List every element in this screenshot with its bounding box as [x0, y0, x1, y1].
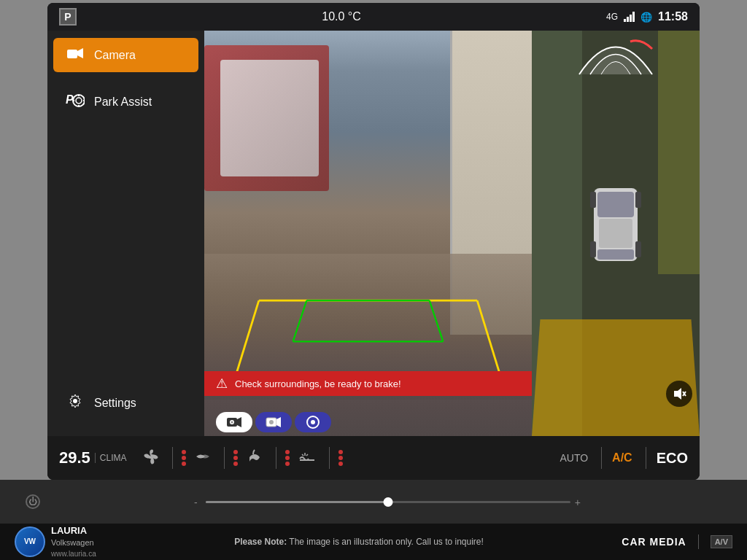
svg-marker-1: [77, 48, 83, 58]
dealer-url: www.lauria.ca: [51, 549, 96, 559]
camera-area: ⚠ Check surroundings, be ready to brake!: [204, 31, 700, 436]
camera-icon: [65, 47, 85, 63]
front-cam-button[interactable]: [255, 412, 292, 432]
dealer-logo: VW: [15, 526, 45, 557]
warning-icon: ⚠: [216, 376, 228, 392]
airflow-indicator: [233, 450, 238, 466]
status-bar: P 10.0 °C 4G 🌐 11:58: [47, 3, 700, 31]
outer-frame: P 10.0 °C 4G 🌐 11:58: [0, 0, 747, 560]
svg-marker-18: [237, 417, 241, 427]
settings-label: Settings: [94, 397, 136, 410]
volume-thumb[interactable]: [384, 497, 393, 507]
settings-icon: [65, 393, 85, 413]
svg-marker-22: [276, 417, 281, 427]
car-media-label: CAR MEDIA: [622, 536, 686, 548]
heat-icon[interactable]: [247, 448, 263, 468]
vw-circle: VW: [15, 526, 45, 557]
camera-label: Camera: [94, 49, 136, 62]
dealer-name: LAURIA: [51, 524, 96, 537]
airflow-icon[interactable]: [195, 448, 211, 468]
fan-speed-indicator: [182, 450, 186, 466]
mute-icon[interactable]: [666, 381, 692, 407]
svg-rect-31: [635, 192, 641, 208]
fan-icon[interactable]: [143, 448, 159, 468]
footer-divider: [698, 534, 699, 549]
dealer-logo-area: VW LAURIA Volkswagen www.lauria.ca: [15, 524, 96, 559]
warning-bar: ⚠ Check surroundings, be ready to brake!: [204, 371, 532, 396]
heat-indicator: [285, 450, 290, 466]
signal-strength-icon: [624, 12, 635, 22]
parking-indicator: P: [59, 8, 77, 26]
car-topdown-icon: [590, 181, 641, 268]
defrost-icon[interactable]: [298, 448, 316, 468]
ac-label[interactable]: A/C: [612, 451, 632, 464]
svg-point-20: [231, 421, 233, 424]
surround-cam-button[interactable]: [295, 412, 331, 432]
defrost-indicator: [338, 450, 343, 466]
sidebar-item-camera[interactable]: Camera: [53, 38, 198, 72]
svg-rect-0: [67, 50, 77, 58]
svg-rect-32: [590, 241, 596, 257]
svg-line-13: [293, 300, 307, 341]
hvac-controls: [139, 447, 554, 469]
warning-text: Check surroundings, be ready to brake!: [235, 378, 401, 389]
temperature-section: 29.5 CLIMA: [59, 448, 127, 467]
svg-point-3: [73, 95, 85, 106]
divider-3: [276, 447, 276, 469]
topdown-camera-view: [532, 31, 700, 436]
climate-temp: 29.5: [59, 448, 90, 467]
dealer-abbr: VW: [24, 537, 36, 546]
divider-1: [172, 447, 173, 469]
svg-marker-34: [674, 388, 681, 400]
av-badge: A/V: [711, 535, 732, 548]
svg-rect-28: [599, 219, 632, 248]
rear-camera-view: ⚠ Check surroundings, be ready to brake!: [204, 31, 532, 436]
eco-label: ECO: [657, 450, 688, 467]
svg-rect-27: [597, 192, 634, 217]
park-assist-label: Park Assist: [94, 96, 152, 109]
svg-point-9: [73, 399, 77, 403]
footer-disclaimer: Please Note: The image is an illustratio…: [234, 537, 484, 547]
camera-controls: [216, 412, 331, 432]
divider-5: [601, 447, 602, 469]
dealer-brand: Volkswagen: [51, 537, 96, 548]
park-assist-icon: P: [65, 92, 85, 112]
status-left: P: [59, 8, 77, 26]
rear-cam-button[interactable]: [216, 412, 252, 432]
topdown-container: [532, 31, 700, 436]
temperature-display: 10.0 °C: [322, 10, 361, 23]
clima-label: CLIMA: [95, 453, 127, 463]
svg-rect-33: [635, 241, 641, 257]
status-right: 4G 🌐 11:58: [606, 10, 688, 23]
sensor-arc: [572, 34, 659, 78]
svg-point-25: [311, 420, 315, 424]
svg-point-4: [76, 98, 82, 104]
svg-rect-29: [597, 249, 634, 260]
sidebar: Camera P: [47, 31, 204, 436]
globe-icon: 🌐: [640, 12, 652, 23]
note-text: The image is an illustration only. Call …: [289, 537, 484, 547]
volume-slider[interactable]: - +: [206, 501, 570, 503]
sidebar-item-park-assist[interactable]: P Park Assist: [53, 83, 198, 120]
svg-rect-30: [590, 192, 596, 208]
sidebar-item-settings[interactable]: Settings: [53, 384, 198, 421]
footer-bar: VW LAURIA Volkswagen www.lauria.ca Pleas…: [0, 524, 747, 560]
divider-2: [224, 447, 225, 469]
note-label: Please Note:: [234, 537, 287, 547]
svg-point-23: [269, 420, 274, 424]
auto-label: AUTO: [560, 452, 588, 464]
network-type: 4G: [606, 12, 618, 22]
svg-line-14: [430, 300, 444, 341]
dealer-info: LAURIA Volkswagen www.lauria.ca: [51, 524, 96, 559]
main-content: Camera P: [47, 31, 700, 436]
divider-4: [329, 447, 330, 469]
bottom-controls-bar: 29.5 CLIMA: [47, 436, 700, 480]
infotainment-screen: P 10.0 °C 4G 🌐 11:58: [47, 3, 700, 480]
clock: 11:58: [658, 10, 688, 23]
power-button[interactable]: ⏻: [26, 494, 40, 509]
divider-6: [646, 447, 646, 469]
camera-views: ⚠ Check surroundings, be ready to brake!: [204, 31, 700, 436]
car-media-logo: CAR MEDIA A/V: [622, 534, 732, 549]
